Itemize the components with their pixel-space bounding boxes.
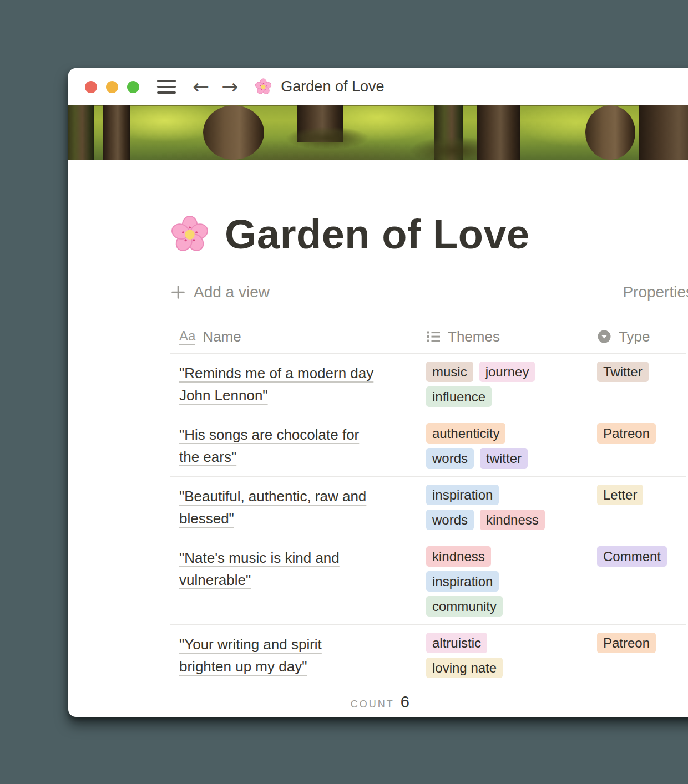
theme-tag: authenticity [426, 423, 505, 444]
name-cell[interactable]: "Nate's music is kind andvulnerable" [170, 538, 417, 624]
column-label: Name [203, 328, 241, 345]
type-tag: Patreon [597, 423, 656, 444]
column-header-type[interactable]: Type [588, 320, 686, 353]
type-tag: Patreon [597, 633, 656, 653]
tree-trunk [585, 105, 635, 160]
row-title-line: John Lennon" [179, 384, 403, 406]
type-cell[interactable]: Patreon [588, 415, 686, 476]
list-icon [426, 329, 441, 344]
column-label: Themes [448, 328, 500, 345]
database-table: Aa Name Themes Type "Reminds me of a mod… [170, 320, 686, 717]
table-row: "Beautiful, authentic, raw andblessed"in… [170, 477, 686, 538]
theme-tag: words [426, 510, 474, 530]
theme-tag: community [426, 596, 503, 617]
theme-tag: journey [479, 362, 535, 382]
tag-line: inspiration [426, 485, 579, 505]
type-tag: Letter [597, 485, 643, 505]
theme-tag: music [426, 362, 473, 382]
theme-tag: altruistic [426, 633, 487, 653]
theme-tag: influence [426, 386, 492, 407]
minimize-button[interactable] [106, 81, 118, 93]
table-row: "Reminds me of a modern dayJohn Lennon"m… [170, 354, 686, 415]
count-label: COUNT [351, 699, 394, 710]
forward-arrow-icon[interactable]: → [221, 77, 238, 97]
count-aggregate[interactable]: COUNT 6 [170, 686, 417, 717]
column-label: Type [619, 328, 650, 345]
cherry-blossom-icon [170, 215, 209, 254]
name-cell[interactable]: "Beautiful, authentic, raw andblessed" [170, 477, 417, 538]
name-cell[interactable]: "Reminds me of a modern dayJohn Lennon" [170, 354, 417, 415]
plus-icon [170, 284, 186, 300]
tree-trunk [68, 105, 94, 160]
traffic-lights [85, 81, 139, 93]
zoom-button[interactable] [127, 81, 139, 93]
tag-line: wordskindness [426, 510, 579, 530]
type-cell[interactable]: Letter [588, 477, 686, 538]
table-rows: "Reminds me of a modern dayJohn Lennon"m… [170, 354, 686, 686]
tag-line: inspiration [426, 571, 579, 592]
tag-line: influence [426, 386, 579, 407]
window-title: Garden of Love [281, 78, 384, 95]
table-row: "Nate's music is kind andvulnerable"kind… [170, 538, 686, 625]
add-view-button[interactable]: Add a view [170, 283, 270, 301]
theme-tag: loving nate [426, 658, 503, 678]
table-row: "Your writing and spiritbrighten up my d… [170, 625, 686, 686]
sidebar-menu-icon[interactable] [157, 80, 176, 93]
view-bar: Add a view Properties [170, 280, 688, 304]
row-title-line: blessed" [179, 507, 403, 530]
tag-line: altruistic [426, 633, 579, 653]
tree-trunk [203, 105, 264, 160]
count-value: 6 [401, 693, 409, 711]
table-footer: COUNT 6 [170, 686, 686, 717]
themes-cell[interactable]: kindnessinspirationcommunity [417, 538, 588, 624]
tree-trunk [103, 105, 130, 160]
theme-tag: words [426, 448, 474, 469]
row-title-line: "Beautiful, authentic, raw and [179, 485, 403, 507]
tree-trunk [477, 105, 520, 160]
themes-cell[interactable]: authenticitywordstwitter [417, 415, 588, 476]
type-cell[interactable]: Twitter [588, 354, 686, 415]
cover-image [68, 105, 688, 160]
add-view-label: Add a view [194, 283, 270, 301]
themes-cell[interactable]: musicjourneyinfluence [417, 354, 588, 415]
column-header-name[interactable]: Aa Name [170, 320, 417, 353]
themes-cell[interactable]: inspirationwordskindness [417, 477, 588, 538]
row-title-line: brighten up my day" [179, 655, 403, 678]
themes-cell[interactable]: altruisticloving nate [417, 625, 588, 686]
back-arrow-icon[interactable]: ← [193, 77, 209, 97]
row-title-line: "His songs are chocolate for [179, 424, 403, 446]
tag-line: loving nate [426, 658, 579, 678]
type-tag: Twitter [597, 362, 649, 382]
row-title-line: "Reminds me of a modern day [179, 362, 403, 384]
title-icon: Aa [179, 329, 195, 345]
window-titlebar: ← → Garden of Love [68, 68, 688, 105]
theme-tag: inspiration [426, 485, 499, 505]
tag-line: community [426, 596, 579, 617]
tag-line: musicjourney [426, 362, 579, 382]
app-window: ← → Garden of Love Garden of Love Add a … [68, 68, 688, 717]
tag-line: authenticity [426, 423, 579, 444]
theme-tag: kindness [480, 510, 545, 530]
theme-tag: kindness [426, 546, 491, 567]
page-heading: Garden of Love [170, 212, 688, 257]
row-title-line: "Your writing and spirit [179, 633, 403, 655]
type-cell[interactable]: Comment [588, 538, 686, 624]
type-cell[interactable]: Patreon [588, 625, 686, 686]
tag-line: wordstwitter [426, 448, 579, 469]
name-cell[interactable]: "Your writing and spiritbrighten up my d… [170, 625, 417, 686]
moss-mound [286, 126, 369, 150]
row-title-line: vulnerable" [179, 569, 403, 591]
close-button[interactable] [85, 81, 97, 93]
column-header-themes[interactable]: Themes [417, 320, 588, 353]
cherry-blossom-icon [255, 78, 272, 95]
row-title-line: the ears" [179, 446, 403, 468]
row-title-line: "Nate's music is kind and [179, 547, 403, 569]
select-icon [597, 329, 611, 344]
page-title: Garden of Love [225, 212, 530, 257]
table-row: "His songs are chocolate forthe ears"aut… [170, 415, 686, 477]
name-cell[interactable]: "His songs are chocolate forthe ears" [170, 415, 417, 476]
type-tag: Comment [597, 546, 667, 567]
tree-trunk [639, 105, 688, 160]
properties-button[interactable]: Properties [623, 283, 688, 301]
theme-tag: inspiration [426, 571, 499, 592]
